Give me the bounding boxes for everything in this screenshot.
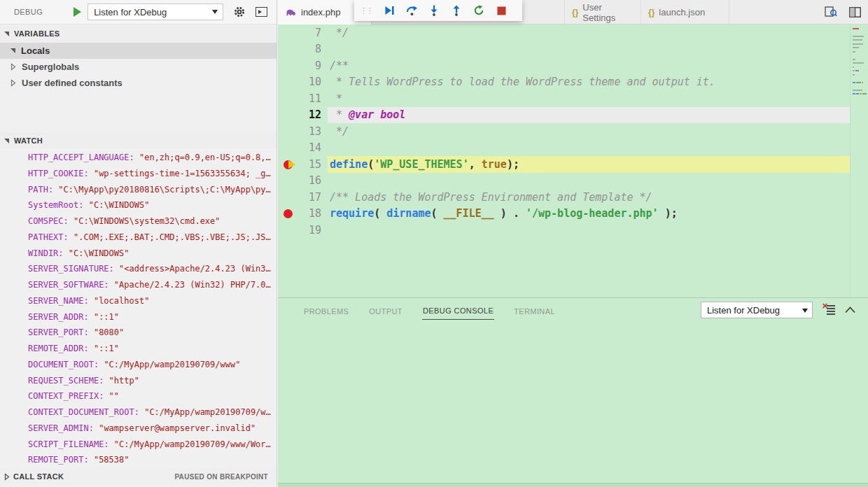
watch-value: "::1": [94, 344, 119, 353]
watch-item[interactable]: HTTP_COOKIE: "wp-settings-time-1=1563355…: [0, 166, 276, 182]
watch-item[interactable]: SERVER_NAME: "localhost": [0, 293, 276, 309]
tab-problems[interactable]: PROBLEMS: [303, 301, 349, 320]
watch-value: "Apache/2.4.23 (Win32) PHP/7.0…: [114, 280, 271, 290]
split-editor-icon[interactable]: [849, 7, 861, 17]
watch-value: "58538": [94, 455, 130, 465]
start-debug-icon[interactable]: [74, 7, 81, 17]
variables-header-label: VARIABLES: [14, 29, 59, 38]
tab-output[interactable]: OUTPUT: [368, 301, 403, 320]
watch-key: SERVER_ADMIN:: [28, 423, 99, 433]
watch-item[interactable]: CONTEXT_DOCUMENT_ROOT: "C:/MyApp/wamp201…: [0, 404, 276, 421]
code-line-9[interactable]: 9/**: [278, 57, 868, 74]
variables-item-locals[interactable]: Locals: [0, 43, 276, 59]
watch-value: "": [109, 391, 119, 401]
stop-button[interactable]: [490, 1, 512, 20]
watch-item[interactable]: REMOTE_PORT: "58538": [0, 452, 276, 468]
continue-button[interactable]: [378, 1, 400, 20]
watch-value: "C:\WINDOWS": [69, 248, 130, 258]
watch-item[interactable]: SERVER_ADDR: "::1": [0, 309, 276, 325]
clear-console-icon[interactable]: ✕: [822, 305, 835, 315]
code-line-17[interactable]: 17/** Loads the WordPress Environment an…: [278, 189, 868, 206]
tab-terminal[interactable]: TERMINAL: [513, 301, 556, 320]
line-highlight: [328, 123, 850, 140]
watch-item[interactable]: SCRIPT_FILENAME: "C:/MyApp/wamp20190709/…: [0, 437, 276, 453]
line-highlight: [328, 41, 850, 58]
watch-item[interactable]: SERVER_SOFTWARE: "Apache/2.4.23 (Win32) …: [0, 277, 276, 293]
watch-item[interactable]: PATHEXT: ".COM;.EXE;.BAT;.CMD;.VBS;.VBE;…: [0, 230, 276, 246]
bar: [827, 308, 835, 309]
variables-section-header[interactable]: VARIABLES: [0, 26, 276, 41]
panel-actions: Listen for XDebug ✕: [701, 302, 855, 318]
step-out-button[interactable]: [445, 1, 468, 20]
code-text: *: [330, 92, 342, 105]
code-text: */: [330, 125, 349, 138]
twistie-collapsed-icon: [10, 63, 16, 71]
code-line-18[interactable]: 18require( dirname( __FILE__ ) . '/wp-bl…: [278, 206, 868, 223]
watch-key: COMSPEC:: [28, 216, 74, 226]
line-highlight: [328, 222, 850, 239]
step-into-button[interactable]: [423, 1, 445, 20]
debug-config-dropdown[interactable]: Listen for XDebug: [88, 3, 223, 20]
watch-item[interactable]: DOCUMENT_ROOT: "C:/MyApp/wamp20190709/ww…: [0, 357, 276, 373]
watch-item[interactable]: SERVER_SIGNATURE: "<address>Apache/2.4.2…: [0, 261, 276, 277]
code-line-7[interactable]: 7 */: [278, 24, 868, 41]
bar: [827, 311, 835, 312]
code-line-14[interactable]: 14: [278, 140, 868, 157]
php-elephant-icon: [285, 8, 297, 17]
call-stack-section-header[interactable]: CALL STACK PAUSED ON BREAKPOINT: [0, 469, 276, 484]
variables-item-superglobals[interactable]: Superglobals: [0, 59, 276, 75]
watch-item[interactable]: COMSPEC: "C:\WINDOWS\system32\cmd.exe": [0, 213, 276, 230]
restart-button[interactable]: [468, 1, 490, 20]
watch-item[interactable]: SERVER_PORT: "8080": [0, 325, 276, 341]
drag-grip-icon[interactable]: ⋮⋮: [360, 7, 372, 15]
minimap[interactable]: [850, 24, 868, 297]
gutter: [284, 41, 300, 58]
debug-config-value: Listen for XDebug: [94, 7, 167, 17]
variables-item-user-defined-constants[interactable]: User defined constants: [0, 75, 276, 91]
breakpoint-icon[interactable]: [284, 156, 300, 173]
code-line-16[interactable]: 16: [278, 173, 868, 190]
console-session-dropdown[interactable]: Listen for XDebug: [701, 302, 813, 318]
code-line-12[interactable]: 12 * @var bool: [278, 107, 868, 124]
watch-value: "8080": [94, 327, 124, 337]
gutter: [284, 123, 300, 140]
watch-item[interactable]: SystemRoot: "C:\WINDOWS": [0, 197, 276, 213]
code-line-10[interactable]: 10 * Tells WordPress to load the WordPre…: [278, 74, 868, 91]
watch-section-header[interactable]: WATCH: [0, 133, 276, 148]
line-highlight: [328, 24, 850, 41]
debug-actions-toolbar: ⋮⋮: [354, 0, 522, 21]
twistie-expanded-icon: [4, 139, 9, 143]
watch-item[interactable]: SERVER_ADMIN: "wampserver@wampserver.inv…: [0, 421, 276, 437]
watch-value: "C:/MyApp/wamp20190709/w…: [144, 407, 271, 417]
tab-user-settings[interactable]: {} User Settings: [564, 0, 641, 24]
debug-console-toggle-icon[interactable]: [255, 7, 267, 17]
code-editor[interactable]: 7 */89/**10 * Tells WordPress to load th…: [278, 24, 868, 297]
watch-item[interactable]: PATH: "C:\MyApp\py20180816\Scripts\;C:\M…: [0, 182, 276, 198]
bar: [827, 313, 835, 315]
gear-icon[interactable]: [233, 6, 246, 18]
code-line-19[interactable]: 19: [278, 222, 868, 239]
watch-item[interactable]: REMOTE_ADDR: "::1": [0, 341, 276, 357]
watch-key: SERVER_ADDR:: [28, 312, 94, 322]
step-over-button[interactable]: [400, 1, 423, 20]
watch-item[interactable]: WINDIR: "C:\WINDOWS": [0, 246, 276, 262]
braces-icon: {}: [572, 8, 578, 17]
chevron-down-icon: [212, 10, 218, 14]
twistie-collapsed-icon: [10, 79, 16, 87]
tab-debug-console[interactable]: DEBUG CONSOLE: [422, 300, 494, 320]
collapse-panel-icon[interactable]: [845, 306, 855, 313]
code-line-11[interactable]: 11 *: [278, 90, 868, 107]
watch-value: "en,zh;q=0.9,en-US;q=0.8,…: [139, 153, 271, 162]
code-line-8[interactable]: 8: [278, 41, 868, 58]
watch-item[interactable]: CONTEXT_PREFIX: "": [0, 388, 276, 404]
tab-launch-json[interactable]: {} launch.json: [641, 0, 729, 24]
vscode-debug-window: DEBUG Listen for XDebug VARIABLES Locals…: [0, 0, 868, 487]
code-line-15[interactable]: 15define('WP_USE_THEMES', true);: [278, 156, 868, 173]
breakpoint-icon[interactable]: [284, 206, 300, 223]
watch-item[interactable]: REQUEST_SCHEME: "http": [0, 373, 276, 389]
open-preview-icon[interactable]: [825, 6, 838, 18]
watch-item[interactable]: HTTP_ACCEPT_LANGUAGE: "en,zh;q=0.9,en-US…: [0, 150, 276, 166]
watch-value: "http": [109, 376, 139, 386]
code-line-13[interactable]: 13 */: [278, 123, 868, 140]
watch-value: "wp-settings-time-1=1563355634; _g…: [94, 169, 271, 178]
